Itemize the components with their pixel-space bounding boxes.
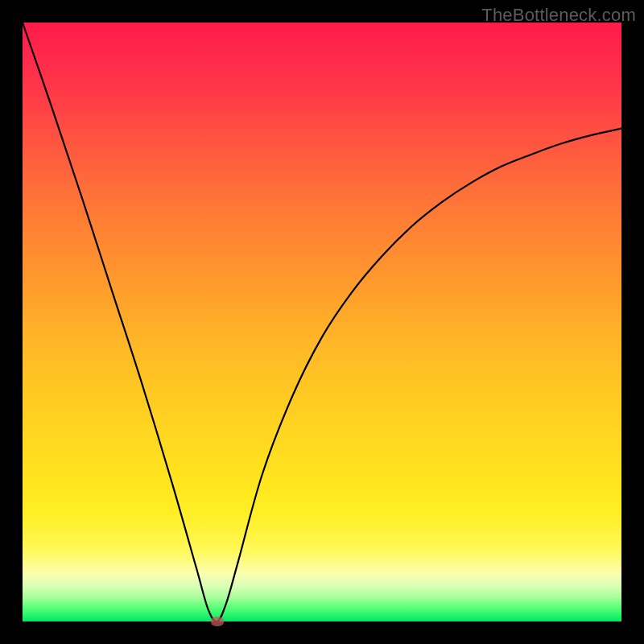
watermark-text: TheBottleneck.com — [481, 5, 636, 26]
optimal-point-marker — [211, 617, 224, 626]
bottleneck-curve — [23, 23, 621, 621]
chart-gradient-area — [23, 23, 621, 621]
bottleneck-curve-path — [23, 23, 621, 621]
